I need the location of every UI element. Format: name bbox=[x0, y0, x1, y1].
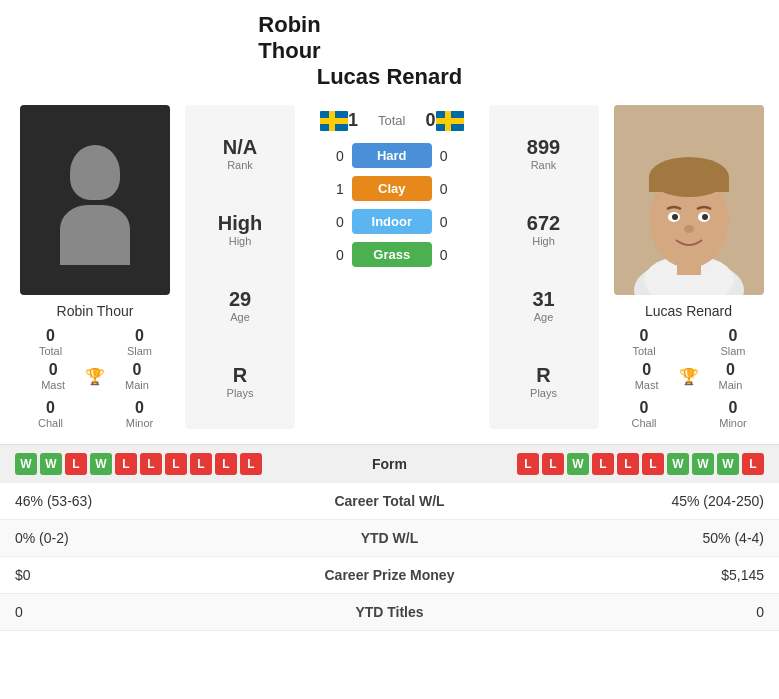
right-mast-stat: 0 Mast bbox=[635, 361, 659, 391]
right-trophy-row: 0 Mast 🏆 0 Main bbox=[635, 361, 743, 391]
right-rank-stat: 899 Rank bbox=[527, 136, 560, 171]
svg-point-11 bbox=[684, 225, 694, 233]
left-high-label: High bbox=[218, 235, 262, 247]
left-player-avatar bbox=[20, 105, 170, 295]
form-badge-l: L bbox=[190, 453, 212, 475]
left-rank-value: N/A bbox=[223, 136, 257, 159]
right-mast-label: Mast bbox=[635, 379, 659, 391]
left-main-stat: 0 Main bbox=[125, 361, 149, 391]
left-chall-stat: 0 Chall bbox=[10, 399, 91, 429]
indoor-right-count: 0 bbox=[440, 214, 460, 230]
right-plays-value: R bbox=[530, 364, 557, 387]
svg-point-9 bbox=[672, 214, 678, 220]
form-badge-l: L bbox=[240, 453, 262, 475]
right-flag bbox=[436, 111, 464, 131]
right-player-card: Lucas Renard 0 Total 0 Slam 0 Mast 🏆 bbox=[604, 105, 774, 429]
form-badge-w: W bbox=[15, 453, 37, 475]
left-age-label: Age bbox=[229, 311, 251, 323]
form-badge-w: W bbox=[40, 453, 62, 475]
right-total-value: 0 bbox=[604, 327, 685, 345]
right-high-label: High bbox=[527, 235, 560, 247]
left-main-label: Main bbox=[125, 379, 149, 391]
left-trophy-row: 0 Mast 🏆 0 Main bbox=[41, 361, 149, 391]
stat-right-val: $5,145 bbox=[506, 557, 779, 594]
hard-right-count: 0 bbox=[440, 148, 460, 164]
right-age-value: 31 bbox=[532, 288, 554, 311]
left-age-stat: 29 Age bbox=[229, 288, 251, 323]
right-slam-stat: 0 Slam bbox=[693, 327, 774, 357]
left-minor-label: Minor bbox=[99, 417, 180, 429]
form-badge-l: L bbox=[517, 453, 539, 475]
right-chall-label: Chall bbox=[604, 417, 685, 429]
left-rank-label: Rank bbox=[223, 159, 257, 171]
right-high-stat: 672 High bbox=[527, 212, 560, 247]
grass-left-count: 0 bbox=[324, 247, 344, 263]
stats-row: $0Career Prize Money$5,145 bbox=[0, 557, 779, 594]
indoor-button: Indoor bbox=[352, 209, 432, 234]
clay-right-count: 0 bbox=[440, 181, 460, 197]
form-label: Form bbox=[372, 456, 407, 472]
left-minor-stat: 0 Minor bbox=[99, 399, 180, 429]
right-age-stat: 31 Age bbox=[532, 288, 554, 323]
grass-row: 0 Grass 0 bbox=[300, 242, 484, 267]
total-row: 1 Total 0 bbox=[348, 110, 436, 131]
left-bottom-stats: 0 Chall 0 Minor bbox=[10, 399, 180, 429]
left-total-label: Total bbox=[10, 345, 91, 357]
form-badge-l: L bbox=[617, 453, 639, 475]
total-left: 1 bbox=[348, 110, 358, 131]
grass-button: Grass bbox=[352, 242, 432, 267]
form-badge-w: W bbox=[90, 453, 112, 475]
left-high-stat: High High bbox=[218, 212, 262, 247]
right-info-panel: 899 Rank 672 High 31 Age R Plays bbox=[489, 105, 599, 429]
left-slam-label: Slam bbox=[99, 345, 180, 357]
right-rank-label: Rank bbox=[527, 159, 560, 171]
stat-right-val: 50% (4-4) bbox=[506, 520, 779, 557]
form-badge-l: L bbox=[165, 453, 187, 475]
right-total-stat: 0 Total bbox=[604, 327, 685, 357]
right-mast-value: 0 bbox=[635, 361, 659, 379]
right-high-value: 672 bbox=[527, 212, 560, 235]
left-mast-label: Mast bbox=[41, 379, 65, 391]
left-player-name-label: Robin Thour bbox=[57, 303, 134, 319]
right-main-stat: 0 Main bbox=[719, 361, 743, 391]
right-plays-stat: R Plays bbox=[530, 364, 557, 399]
clay-left-count: 1 bbox=[324, 181, 344, 197]
total-right: 0 bbox=[425, 110, 435, 131]
left-info-panel: N/A Rank High High 29 Age R Plays bbox=[185, 105, 295, 429]
right-bottom-stats: 0 Chall 0 Minor bbox=[604, 399, 774, 429]
right-slam-label: Slam bbox=[693, 345, 774, 357]
left-age-value: 29 bbox=[229, 288, 251, 311]
form-badge-l: L bbox=[592, 453, 614, 475]
clay-row: 1 Clay 0 bbox=[300, 176, 484, 201]
hard-button: Hard bbox=[352, 143, 432, 168]
form-badge-w: W bbox=[667, 453, 689, 475]
stat-right-val: 45% (204-250) bbox=[506, 483, 779, 520]
stat-center-label: YTD W/L bbox=[273, 520, 507, 557]
right-slam-value: 0 bbox=[693, 327, 774, 345]
hard-row: 0 Hard 0 bbox=[300, 143, 484, 168]
right-player-name: Lucas Renard bbox=[317, 64, 463, 90]
left-rank-stat: N/A Rank bbox=[223, 136, 257, 171]
left-minor-value: 0 bbox=[99, 399, 180, 417]
left-form-badges: WWLWLLLLLL bbox=[15, 453, 262, 475]
right-chall-value: 0 bbox=[604, 399, 685, 417]
stat-center-label: Career Total W/L bbox=[273, 483, 507, 520]
indoor-left-count: 0 bbox=[324, 214, 344, 230]
avatar-head-left bbox=[70, 145, 120, 200]
left-player-card: Robin Thour 0 Total 0 Slam 0 Mast 🏆 0 bbox=[10, 105, 180, 429]
right-player-name-label: Lucas Renard bbox=[645, 303, 732, 319]
hard-left-count: 0 bbox=[324, 148, 344, 164]
form-badge-l: L bbox=[542, 453, 564, 475]
right-player-avatar bbox=[614, 105, 764, 295]
right-player-stats: 0 Total 0 Slam bbox=[604, 327, 774, 357]
svg-rect-6 bbox=[649, 177, 729, 192]
svg-point-10 bbox=[702, 214, 708, 220]
form-badge-l: L bbox=[115, 453, 137, 475]
right-plays-label: Plays bbox=[530, 387, 557, 399]
left-flag bbox=[320, 111, 348, 131]
stats-row: 0YTD Titles0 bbox=[0, 594, 779, 631]
left-slam-stat: 0 Slam bbox=[99, 327, 180, 357]
clay-button: Clay bbox=[352, 176, 432, 201]
form-badge-l: L bbox=[140, 453, 162, 475]
left-total-value: 0 bbox=[10, 327, 91, 345]
